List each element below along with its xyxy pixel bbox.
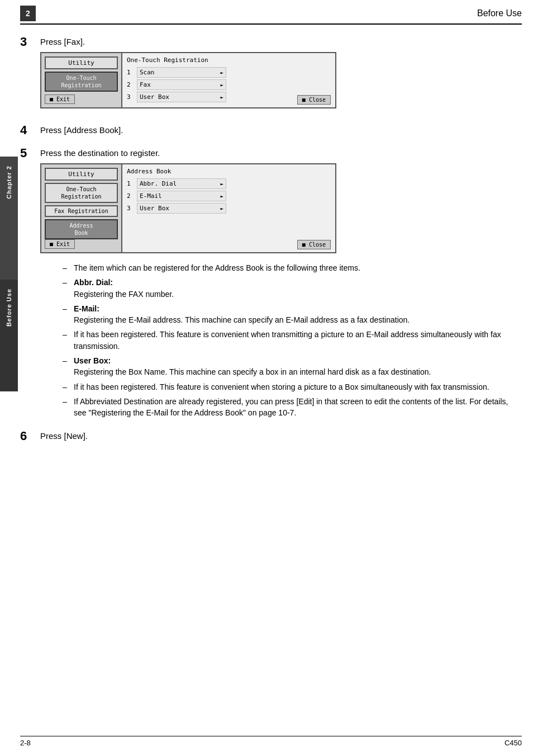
fax-bottom-row: ■ Exit [45,94,118,104]
fax-close-row: ■ Close [297,95,331,105]
page-num: 2-8 [20,739,31,747]
step-4: 4 Press [Address Book]. [20,124,522,140]
step-5: 5 Press the destination to register. Uti… [20,147,522,423]
fax-left-buttons: Utility One-TouchRegistration [45,56,118,92]
address-item-1: 1 Abbr. Dial ► [127,178,331,189]
utility-btn-2[interactable]: Utility [45,168,118,181]
address-left-buttons: Utility One-TouchRegistration Fax Regist… [45,168,118,239]
address-book-btn[interactable]: AddressBook [45,219,118,239]
bullet-7: – If Abbreviated Destination are already… [63,396,522,419]
address-screenshot: Utility One-TouchRegistration Fax Regist… [40,163,336,253]
email-desc: Registering the E-Mail address. This mac… [74,315,410,324]
step-3-label: Press [Fax]. [40,36,522,48]
step-4-content: Press [Address Book]. [40,124,522,140]
header-title: Before Use [477,8,522,18]
bullet-4: – If it has been registered. This featur… [63,329,522,352]
utility-btn-1[interactable]: Utility [45,56,118,69]
one-touch-reg-btn-1[interactable]: One-TouchRegistration [45,72,118,92]
bullet-5: – User Box: Registering the Box Name. Th… [63,355,522,378]
abbr-dial-desc: Registering the FAX number. [74,290,174,299]
section-side-label: Before Use [0,280,18,391]
step-5-content: Press the destination to register. Utili… [40,147,522,423]
address-item-2: 2 E-Mail ► [127,191,331,201]
one-touch-reg-btn-2[interactable]: One-TouchRegistration [45,183,118,203]
abbr-dial-title: Abbr. Dial: [74,278,113,287]
bullet-2: – Abbr. Dial: Registering the FAX number… [63,277,522,300]
bullet-3: – E-Mail: Registering the E-Mail address… [63,303,522,326]
address-close-row: ■ Close [297,240,331,249]
page-header: 2 Before Use [20,6,522,25]
exit-btn-2[interactable]: ■ Exit [45,239,75,249]
step-6-content: Press [New]. [40,430,522,446]
abbr-dial-btn[interactable]: Abbr. Dial ► [137,178,226,189]
step-6-label: Press [New]. [40,430,522,442]
close-btn-2[interactable]: ■ Close [297,240,331,249]
fax-right-panel: One-Touch Registration 1 Scan ► 2 Fax ► [122,53,335,107]
section-side-text: Before Use [6,289,12,327]
address-right-panel: Address Book 1 Abbr. Dial ► 2 E-Mail ► [122,164,335,252]
address-item-3: 3 User Box ► [127,203,331,214]
bullet-6: – If it has been registered. This featur… [63,381,522,393]
fax-screenshot: Utility One-TouchRegistration ■ Exit One… [40,52,336,108]
step-5-label: Press the destination to register. [40,147,522,159]
chapter-side-text: Chapter 2 [6,166,12,199]
step-5-num: 5 [20,147,40,159]
bullet-1: – The item which can be registered for t… [63,262,522,273]
page-footer: 2-8 C450 [20,736,522,747]
fax-reg-btn[interactable]: Fax Registration [45,205,118,217]
email-title: E-Mail: [74,304,99,313]
step-3-content: Press [Fax]. Utility One-TouchRegistrati… [40,36,522,117]
fax-right-title: One-Touch Registration [127,56,331,64]
user-box-btn-2[interactable]: User Box ► [137,203,226,214]
bullet-list: – The item which can be registered for t… [63,262,522,419]
exit-btn-1[interactable]: ■ Exit [45,94,75,104]
fax-item-1: 1 Scan ► [127,67,331,78]
step-6: 6 Press [New]. [20,430,522,446]
model-num: C450 [505,739,522,747]
userbox-title: User Box: [74,356,111,365]
close-btn-1[interactable]: ■ Close [297,95,331,105]
step-4-num: 4 [20,124,40,136]
step-6-num: 6 [20,430,40,442]
address-right-title: Address Book [127,168,331,175]
chapter-side-label: Chapter 2 [0,157,18,280]
chapter-box: 2 [20,6,36,21]
address-bottom-row: ■ Exit [45,239,118,249]
email-btn[interactable]: E-Mail ► [137,191,226,201]
userbox-desc: Registering the Box Name. This machine c… [74,367,431,376]
step-3: 3 Press [Fax]. Utility One-TouchRegistra… [20,36,522,117]
fax-item-2: 2 Fax ► [127,79,331,90]
step-4-label: Press [Address Book]. [40,124,522,136]
scan-btn[interactable]: Scan ► [137,67,226,78]
fax-left-panel: Utility One-TouchRegistration ■ Exit [41,53,122,107]
main-content: 2 Before Use 3 Press [Fax]. Utility One-… [20,0,522,446]
address-left-panel: Utility One-TouchRegistration Fax Regist… [41,164,122,252]
fax-btn[interactable]: Fax ► [137,79,226,90]
user-box-btn-1[interactable]: User Box ► [137,92,226,102]
step-3-num: 3 [20,36,40,48]
